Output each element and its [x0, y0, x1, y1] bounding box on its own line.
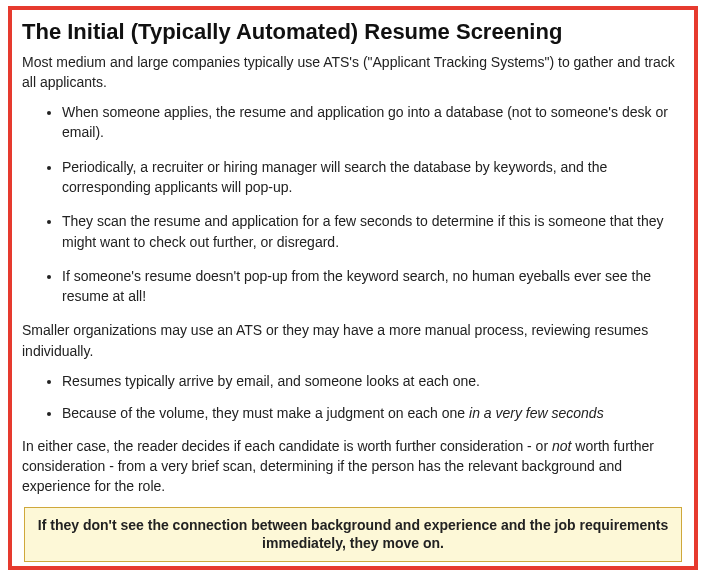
intro-paragraph: Most medium and large companies typicall… — [22, 52, 684, 93]
list-item-text: Resumes typically arrive by email, and s… — [62, 373, 480, 389]
list-item: Because of the volume, they must make a … — [62, 403, 684, 423]
list-item: They scan the resume and application for… — [62, 211, 684, 252]
list-item-text: Because of the volume, they must make a … — [62, 405, 469, 421]
bullet-list-1: When someone applies, the resume and app… — [22, 102, 684, 306]
list-item: Periodically, a recruiter or hiring mana… — [62, 157, 684, 198]
page-title: The Initial (Typically Automated) Resume… — [22, 18, 684, 46]
list-item: When someone applies, the resume and app… — [62, 102, 684, 143]
closing-italic: not — [552, 438, 571, 454]
middle-paragraph: Smaller organizations may use an ATS or … — [22, 320, 684, 361]
document-frame: The Initial (Typically Automated) Resume… — [8, 6, 698, 570]
closing-text-1: In either case, the reader decides if ea… — [22, 438, 552, 454]
document-body: The Initial (Typically Automated) Resume… — [12, 10, 694, 572]
callout-box: If they don't see the connection between… — [24, 507, 682, 563]
list-item: If someone's resume doesn't pop-up from … — [62, 266, 684, 307]
bullet-list-2: Resumes typically arrive by email, and s… — [22, 371, 684, 424]
list-item: Resumes typically arrive by email, and s… — [62, 371, 684, 391]
list-item-italic: in a very few seconds — [469, 405, 604, 421]
closing-paragraph: In either case, the reader decides if ea… — [22, 436, 684, 497]
